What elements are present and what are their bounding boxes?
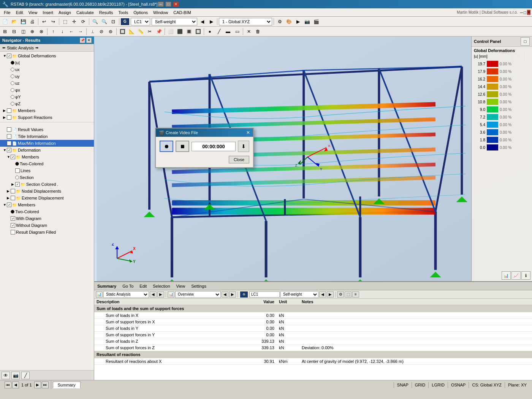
tb2-17[interactable]: 📌 (155, 27, 163, 36)
tb2-4[interactable]: ⊕ (28, 27, 36, 36)
row-load-x[interactable]: Sum of loads in X 0.00 kN (94, 312, 532, 319)
close-btn[interactable]: ✕ (173, 2, 179, 7)
nav-line-btn[interactable]: ╱ (21, 372, 30, 379)
tb2-del[interactable]: 🗑 (254, 27, 262, 36)
radio-section[interactable] (15, 176, 19, 179)
tb2-18[interactable]: ⬜ (166, 27, 175, 36)
menu-file[interactable]: File (2, 10, 13, 16)
lc-dropdown[interactable]: LC1 (131, 18, 150, 25)
tree-two-colored[interactable]: Two-Colored (0, 160, 94, 167)
expander-members-bot[interactable]: ▼ (3, 203, 7, 207)
tree-mem-two-colored[interactable]: Two-Colored (0, 208, 94, 215)
tree-with-diagram[interactable]: With Diagram (0, 215, 94, 222)
tb-animate[interactable]: ▶ (294, 17, 302, 26)
cb-lines[interactable] (15, 168, 20, 173)
cb-without-diagram[interactable] (11, 223, 15, 228)
tree-phix[interactable]: φx (0, 87, 94, 93)
lc-desc-dropdown[interactable]: Self-weight (152, 18, 197, 25)
cb-deformation[interactable] (7, 148, 11, 152)
tb-lc-prev[interactable]: ◀ (198, 17, 206, 26)
tb2-14[interactable]: 📐 (127, 27, 136, 36)
tb2-mem[interactable]: ▬ (224, 27, 232, 36)
cp-info-btn[interactable]: ℹ (521, 271, 530, 280)
bp-lc-next[interactable]: ▶ (327, 291, 334, 298)
tree-without-diagram[interactable]: Without Diagram (0, 222, 94, 229)
menu-window[interactable]: Window (151, 10, 170, 16)
tb-new[interactable]: 📄 (1, 17, 9, 26)
tree-uy[interactable]: uy (0, 73, 94, 80)
tb2-surf[interactable]: ▭ (233, 27, 241, 36)
tree-ux[interactable]: ux (0, 66, 94, 73)
menu-edit[interactable]: Edit (14, 10, 25, 16)
cb-global-def[interactable] (7, 54, 11, 58)
radio-uy[interactable] (11, 74, 14, 78)
tb-select[interactable]: ⬚ (61, 17, 69, 26)
menu-assign[interactable]: Assign (56, 10, 73, 16)
tree-section[interactable]: Section (0, 174, 94, 181)
expander-nodal[interactable]: ▶ (7, 189, 11, 193)
vd-record-btn[interactable]: ⏺ (160, 141, 173, 152)
cb-members-bot[interactable] (7, 203, 11, 207)
tb-render[interactable]: 🎨 (285, 17, 293, 26)
tb-settings[interactable]: ⚙ (276, 17, 284, 26)
cp-table-btn[interactable]: 📊 (502, 271, 511, 280)
row-support-z[interactable]: Sum of support forces in Z 339.13 kN Dev… (94, 345, 532, 351)
radio-two-colored[interactable] (15, 162, 19, 166)
sb-prev[interactable]: ◀ (12, 382, 19, 388)
cb-maxmin[interactable] (7, 141, 11, 146)
cb-diagram-filled[interactable] (11, 230, 15, 234)
restore-btn[interactable]: □ (165, 2, 171, 7)
bp-tb-next2[interactable]: ▶ (229, 291, 236, 298)
bp-settings-btn[interactable]: ⚙ (337, 291, 344, 298)
sb-summary-tab[interactable]: Summary (53, 382, 81, 388)
cb-with-diagram[interactable] (11, 216, 15, 221)
cb-support[interactable] (7, 115, 11, 120)
tree-def-members[interactable]: ▼ 📁 Members (0, 154, 94, 160)
tb2-nodes[interactable]: ● (206, 27, 214, 36)
sb-first[interactable]: ⏮ (5, 382, 11, 388)
sb-last[interactable]: ⏭ (42, 382, 49, 388)
tb-undo[interactable]: ↩ (40, 17, 48, 26)
vd-download-btn[interactable]: ⬇ (238, 141, 249, 152)
menu-cadbim[interactable]: CAD-BIM (171, 10, 193, 16)
cb-result-values[interactable] (7, 127, 11, 132)
window-max2[interactable]: □ (524, 10, 526, 15)
bp-goto[interactable]: Go To (119, 283, 136, 289)
radio-phiz[interactable] (11, 102, 14, 106)
minimize-btn[interactable]: ─ (158, 2, 164, 7)
vd-close-button[interactable]: Close (229, 156, 249, 163)
tree-u-abs[interactable]: |u| (0, 59, 94, 66)
expander-def-members[interactable]: ▼ (7, 155, 11, 159)
vd-stop-btn[interactable]: ⏹ (176, 141, 189, 152)
tb-zoom-out[interactable]: 🔍 (100, 17, 108, 26)
bp-tb-prev[interactable]: ◀ (150, 291, 157, 298)
window-min2[interactable]: ─ (520, 10, 523, 15)
sb-lgrid[interactable]: LGRID (428, 382, 448, 388)
tb2-15[interactable]: 📏 (136, 27, 145, 36)
viewport-3d[interactable]: X Y Z TOP R L (94, 36, 532, 281)
bp-settings[interactable]: Settings (188, 283, 209, 289)
bp-tb-next[interactable]: ▶ (157, 291, 164, 298)
tree-section-colored[interactable]: ▶ 📁 Section Colored . (0, 181, 94, 188)
expander-section-colored[interactable]: ▶ (11, 182, 15, 186)
radio-ux[interactable] (11, 68, 14, 71)
bp-filter-btn[interactable]: ⬚ (345, 291, 352, 298)
row-resultant-x[interactable]: Resultant of reactions about X 30.91 kNm… (94, 358, 532, 365)
cp-expand-btn[interactable]: □ (521, 37, 530, 46)
tree-uz[interactable]: uz (0, 80, 94, 87)
expander-global-def[interactable]: ▼ (3, 54, 7, 58)
expander-members-top[interactable]: ▶ (3, 109, 7, 112)
nav-eye-btn[interactable]: 👁 (2, 372, 10, 379)
cb-extreme[interactable] (11, 196, 15, 200)
tree-phiz[interactable]: φZ (0, 100, 94, 107)
bp-more-btn[interactable]: ≡ (352, 291, 359, 298)
bp-edit[interactable]: Edit (136, 283, 150, 289)
tree-members-top[interactable]: ▶ 📁 Members (0, 107, 94, 114)
tb2-6[interactable]: ↑ (49, 27, 57, 36)
tree-extreme-disp[interactable]: ▶ 📁 Extreme Displacement (0, 195, 94, 201)
tb-zoom-in[interactable]: 🔍 (91, 17, 99, 26)
tb-move[interactable]: ✛ (70, 17, 78, 26)
expander-deformation[interactable]: ▼ (3, 148, 7, 152)
tree-global-deformations[interactable]: ▼ 📁 Global Deformations (0, 52, 94, 59)
row-load-y[interactable]: Sum of loads in Y 0.00 kN (94, 325, 532, 332)
